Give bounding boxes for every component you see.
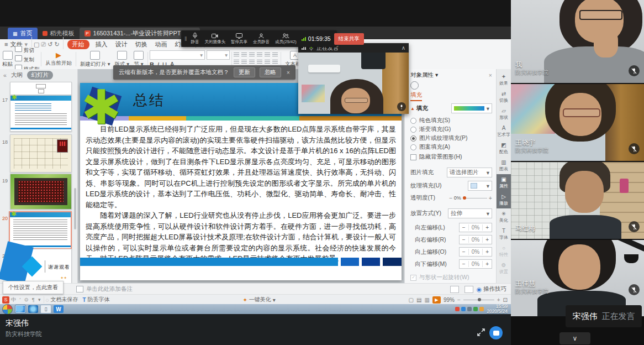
chat-bubble-button[interactable]	[489, 326, 503, 339]
picture-fill-dropdown[interactable]: 请选择图片 ▾	[447, 168, 492, 177]
thumbnail-slide-17[interactable]: ✱	[10, 95, 72, 132]
tray-icon-2[interactable]	[461, 307, 466, 311]
end-share-button[interactable]: 结束共享	[334, 33, 364, 45]
paste-button[interactable]: 粘贴	[0, 51, 15, 68]
input-method-tools[interactable]: 中 ′ ⊙ ¶ ▾	[11, 296, 42, 304]
hide-background-checkbox[interactable]	[410, 154, 416, 160]
share-button[interactable]: 暂停共享	[228, 33, 250, 45]
rail-item-features[interactable]: ○特性	[497, 243, 511, 260]
thumbnail-scrollbar[interactable]	[74, 188, 76, 229]
note-chip[interactable]	[464, 286, 473, 293]
radio-solid-fill[interactable]	[410, 118, 416, 124]
radio-picture-fill[interactable]	[410, 135, 416, 142]
tray-icon-5[interactable]	[479, 307, 484, 311]
offset-down-stepper[interactable]: −0%+	[459, 259, 492, 269]
collapse-panel-icon[interactable]: «	[3, 72, 7, 79]
rail-item-settings[interactable]: ⚙设置	[497, 260, 511, 277]
zoom-slider-handle[interactable]	[478, 298, 481, 301]
mute-button[interactable]: 静音	[188, 33, 202, 45]
undo-icon[interactable]: ↺	[47, 41, 52, 48]
rail-item-chart[interactable]: ▥图表	[497, 157, 511, 174]
fit-window-icon[interactable]: ⊡	[503, 297, 508, 303]
collapse-overlay-icon[interactable]: ∧	[402, 45, 405, 51]
tray-icon-4[interactable]	[473, 307, 478, 311]
rail-item-wordart[interactable]: A艺术字	[497, 123, 511, 140]
close-notification-icon[interactable]: ×	[287, 69, 290, 76]
rail-item-beautify[interactable]: ✳美化	[497, 208, 511, 226]
participant-tile-3[interactable]: 马红梅	[511, 162, 644, 239]
rail-item-font[interactable]: T字体	[497, 226, 511, 243]
taskbar-app2-icon[interactable]	[28, 305, 38, 313]
tab-docer[interactable]: 稻壳模板	[38, 28, 80, 39]
zoom-in-icon[interactable]: +	[497, 297, 500, 303]
transparency-slider[interactable]: − 0% +	[449, 195, 492, 201]
sogou-input-icon[interactable]: S	[2, 296, 9, 304]
font-family-select[interactable]: ▾	[150, 50, 205, 60]
participant-tile-me[interactable]: 我 防灾科技学院	[511, 0, 644, 83]
taskbar-clock[interactable]: 15:59 2020/5/24	[487, 304, 508, 314]
tab-outline[interactable]: 大纲	[11, 71, 23, 79]
taskbar-browser-icon[interactable]	[15, 305, 26, 313]
drag-handle-icon[interactable]: ‖	[184, 35, 187, 42]
rail-item-shapes[interactable]: ▱形状	[497, 106, 511, 123]
taskbar-phone-icon[interactable]: ▯	[40, 305, 51, 313]
ribbon-tab-animation[interactable]: 动画	[151, 40, 171, 49]
close-panel-icon[interactable]: ×	[489, 72, 492, 79]
notes-bar[interactable]: 单击此处添加备注 ◉ 操作技巧	[0, 283, 511, 295]
tray-icon-1[interactable]	[455, 307, 460, 311]
read-view-icon[interactable]: ▥	[424, 297, 429, 303]
rail-item-play[interactable]: ▷播放	[497, 191, 511, 208]
print-icon[interactable]: ⎚	[39, 41, 47, 48]
fullscreen-expand-icon[interactable]	[476, 327, 486, 337]
thumbnail-slide-16[interactable]	[10, 82, 72, 95]
zoom-out-icon[interactable]: −	[457, 297, 461, 303]
tab-slides[interactable]: 幻灯片	[27, 71, 54, 80]
offset-right-stepper[interactable]: −0%+	[459, 235, 492, 244]
play-from-current-button[interactable]: ▶ 从当前开始	[43, 51, 74, 67]
ribbon-tab-transition[interactable]: 切换	[131, 40, 151, 49]
beautify-button[interactable]: ✦ 一键美化 ▾	[242, 296, 275, 304]
mute-all-button[interactable]: 全员静音	[250, 33, 272, 45]
participants-scroll-down-button[interactable]: ∨	[559, 332, 590, 344]
zoom-slider[interactable]	[463, 300, 494, 300]
tray-icon-3[interactable]	[467, 307, 472, 311]
rail-item-colors[interactable]: ◩配色	[497, 140, 511, 157]
rail-item-effects[interactable]: ✦效果	[497, 71, 511, 88]
offset-left-stepper[interactable]: −0%+	[459, 223, 492, 232]
members-button[interactable]: 成员(25/42)	[272, 33, 299, 45]
cut-button[interactable]: 剪切	[15, 46, 39, 54]
tab-home[interactable]: ▦ 首页	[8, 28, 38, 39]
ribbon-tab-start[interactable]: 开始	[67, 40, 89, 49]
ignore-button[interactable]: 忽略	[260, 67, 281, 77]
taskbar-wps-icon[interactable]: W	[54, 305, 64, 313]
slideshow-button[interactable]: ▶	[432, 296, 441, 304]
slider-track[interactable]	[463, 198, 487, 198]
new-slide-button[interactable]: 新建幻灯片 ▾	[78, 51, 113, 68]
font-protect-status[interactable]: T 防丢字体	[83, 296, 110, 304]
radio-pattern-fill[interactable]	[410, 144, 416, 150]
normal-view-icon[interactable]: ▢	[409, 297, 414, 303]
fill-preview-dropdown[interactable]: ▾	[451, 103, 492, 113]
camera-button[interactable]: 关闭摄像头	[202, 33, 229, 45]
fill-section-header[interactable]: ▲ 填充	[410, 104, 428, 112]
font-size-select[interactable]: ▾	[207, 50, 230, 60]
tips-link[interactable]: ◉ 操作技巧	[477, 285, 506, 293]
zoom-level[interactable]: 99%	[444, 297, 455, 303]
participant-tile-2[interactable]: 王晓宇 防灾科技学院	[511, 84, 644, 161]
thumbnail-slide-19[interactable]	[10, 174, 72, 210]
rail-item-properties[interactable]: ▣属性	[497, 174, 511, 191]
fill-tab[interactable]: 填充	[410, 91, 422, 101]
floating-camera-overlay[interactable]: 正在发言 ∧	[298, 43, 409, 114]
thumbnail-slide-21[interactable]: 谢谢观看 ✦✦	[10, 249, 72, 284]
slider-handle[interactable]	[463, 196, 466, 200]
radio-gradient-fill[interactable]	[410, 127, 416, 133]
redo-icon[interactable]: ↻	[52, 41, 61, 48]
rail-item-transition[interactable]: ⇄切换	[497, 88, 511, 106]
thumbnail-slide-18[interactable]	[10, 134, 72, 172]
offset-up-stepper[interactable]: −0%+	[459, 247, 492, 257]
placement-dropdown[interactable]: 拉伸 ▾	[448, 208, 492, 218]
paragraph-tools[interactable]	[234, 53, 279, 66]
comment-chip[interactable]	[450, 286, 459, 293]
hamburger-icon[interactable]: ≡	[0, 41, 10, 48]
texture-fill-dropdown[interactable]: ▾	[468, 181, 492, 191]
